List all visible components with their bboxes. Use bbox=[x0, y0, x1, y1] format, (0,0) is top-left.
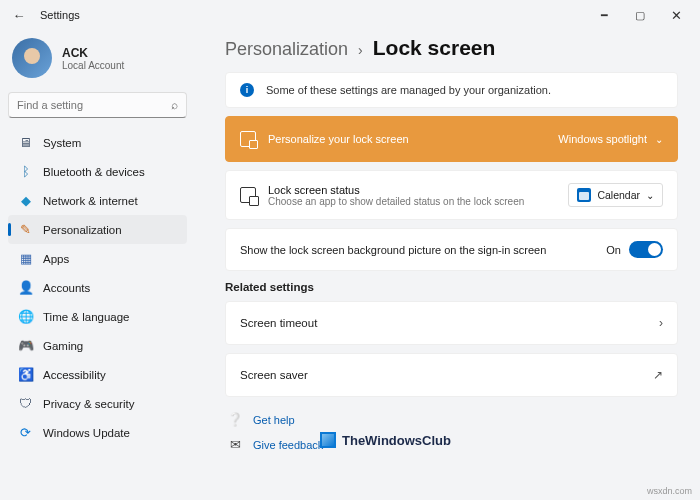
get-help-link[interactable]: ❔ Get help bbox=[227, 407, 676, 432]
titlebar: ← Settings ━ ▢ ✕ bbox=[0, 0, 700, 30]
update-icon: ⟳ bbox=[18, 425, 33, 440]
sidebar-item-label: Accounts bbox=[43, 282, 90, 294]
help-links: ❔ Get help ✉ Give feedback bbox=[225, 407, 678, 457]
sidebar-item-label: Personalization bbox=[43, 224, 122, 236]
sidebar-item-label: Gaming bbox=[43, 340, 83, 352]
accessibility-icon: ♿ bbox=[18, 367, 33, 382]
breadcrumb-parent[interactable]: Personalization bbox=[225, 39, 348, 60]
sidebar-item-accounts[interactable]: 👤Accounts bbox=[8, 273, 187, 302]
gaming-icon: 🎮 bbox=[18, 338, 33, 353]
screen-timeout-link[interactable]: Screen timeout › bbox=[225, 301, 678, 345]
minimize-button[interactable]: ━ bbox=[586, 1, 622, 29]
person-icon: 👤 bbox=[18, 280, 33, 295]
help-icon: ❔ bbox=[227, 412, 243, 427]
sidebar-item-personalization[interactable]: ✎Personalization bbox=[8, 215, 187, 244]
sidebar-item-gaming[interactable]: 🎮Gaming bbox=[8, 331, 187, 360]
main-content: Personalization › Lock screen i Some of … bbox=[195, 30, 700, 500]
screen-saver-link[interactable]: Screen saver ↗ bbox=[225, 353, 678, 397]
back-button[interactable]: ← bbox=[6, 2, 32, 28]
window-controls: ━ ▢ ✕ bbox=[586, 1, 694, 29]
chevron-right-icon: › bbox=[659, 316, 663, 330]
profile-subtitle: Local Account bbox=[62, 60, 124, 71]
brush-icon: ✎ bbox=[18, 222, 33, 237]
breadcrumb: Personalization › Lock screen bbox=[225, 36, 678, 60]
sidebar-item-label: System bbox=[43, 137, 81, 149]
status-icon bbox=[240, 187, 256, 203]
sidebar-item-privacy[interactable]: 🛡Privacy & security bbox=[8, 389, 187, 418]
status-app-select[interactable]: Calendar ⌄ bbox=[568, 183, 663, 207]
avatar bbox=[12, 38, 52, 78]
external-link-icon: ↗ bbox=[653, 368, 663, 382]
info-banner-text: Some of these settings are managed by yo… bbox=[266, 84, 551, 96]
system-icon: 🖥 bbox=[18, 135, 33, 150]
toggle-state-text: On bbox=[606, 244, 621, 256]
shield-icon: 🛡 bbox=[18, 396, 33, 411]
search-input-wrap[interactable]: ⌕ bbox=[8, 92, 187, 118]
sidebar-item-label: Privacy & security bbox=[43, 398, 134, 410]
chevron-down-icon: ⌄ bbox=[646, 190, 654, 201]
give-feedback-link[interactable]: ✉ Give feedback bbox=[227, 432, 676, 457]
signin-toggle-label: Show the lock screen background picture … bbox=[240, 244, 546, 256]
personalize-lockscreen-row[interactable]: Personalize your lock screen Windows spo… bbox=[225, 116, 678, 162]
sidebar-item-label: Time & language bbox=[43, 311, 130, 323]
sidebar-item-update[interactable]: ⟳Windows Update bbox=[8, 418, 187, 447]
related-settings-heading: Related settings bbox=[225, 281, 678, 293]
bluetooth-icon: ᛒ bbox=[18, 164, 33, 179]
status-desc: Choose an app to show detailed status on… bbox=[268, 196, 524, 207]
chevron-right-icon: › bbox=[358, 42, 363, 58]
sidebar-item-apps[interactable]: ▦Apps bbox=[8, 244, 187, 273]
sidebar-item-label: Bluetooth & devices bbox=[43, 166, 145, 178]
globe-icon: 🌐 bbox=[18, 309, 33, 324]
sidebar-item-label: Accessibility bbox=[43, 369, 106, 381]
nav-list: 🖥System ᛒBluetooth & devices ◆Network & … bbox=[8, 128, 187, 447]
sidebar-item-label: Apps bbox=[43, 253, 69, 265]
maximize-button[interactable]: ▢ bbox=[622, 1, 658, 29]
search-input[interactable] bbox=[17, 99, 171, 111]
chevron-down-icon: ⌄ bbox=[655, 134, 663, 145]
calendar-icon bbox=[577, 188, 591, 202]
app-title: Settings bbox=[40, 9, 80, 21]
personalize-label: Personalize your lock screen bbox=[268, 133, 409, 145]
sidebar-item-network[interactable]: ◆Network & internet bbox=[8, 186, 187, 215]
signin-picture-row: Show the lock screen background picture … bbox=[225, 228, 678, 271]
personalize-value[interactable]: Windows spotlight ⌄ bbox=[558, 133, 663, 145]
sidebar-item-label: Network & internet bbox=[43, 195, 138, 207]
sidebar-item-bluetooth[interactable]: ᛒBluetooth & devices bbox=[8, 157, 187, 186]
feedback-icon: ✉ bbox=[227, 437, 243, 452]
profile-name: ACK bbox=[62, 46, 124, 60]
page-title: Lock screen bbox=[373, 36, 496, 60]
lockscreen-status-row[interactable]: Lock screen status Choose an app to show… bbox=[225, 170, 678, 220]
signin-toggle[interactable] bbox=[629, 241, 663, 258]
picture-icon bbox=[240, 131, 256, 147]
apps-icon: ▦ bbox=[18, 251, 33, 266]
wifi-icon: ◆ bbox=[18, 193, 33, 208]
org-managed-banner: i Some of these settings are managed by … bbox=[225, 72, 678, 108]
profile-block[interactable]: ACK Local Account bbox=[8, 34, 187, 88]
sidebar-item-accessibility[interactable]: ♿Accessibility bbox=[8, 360, 187, 389]
info-icon: i bbox=[240, 83, 254, 97]
search-icon: ⌕ bbox=[171, 98, 178, 112]
sidebar: ACK Local Account ⌕ 🖥System ᛒBluetooth &… bbox=[0, 30, 195, 500]
sidebar-item-system[interactable]: 🖥System bbox=[8, 128, 187, 157]
sidebar-item-time[interactable]: 🌐Time & language bbox=[8, 302, 187, 331]
status-title: Lock screen status bbox=[268, 184, 524, 196]
sidebar-item-label: Windows Update bbox=[43, 427, 130, 439]
close-button[interactable]: ✕ bbox=[658, 1, 694, 29]
